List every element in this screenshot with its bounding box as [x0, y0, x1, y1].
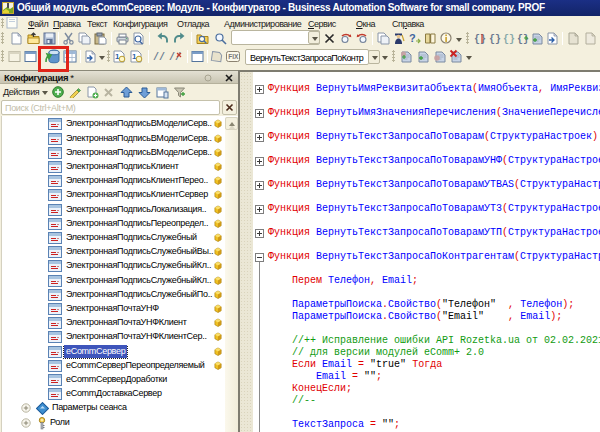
svg-text://: //: [169, 52, 181, 63]
svg-text:FIX: FIX: [228, 53, 239, 60]
svg-text:?: ?: [409, 32, 416, 44]
svg-text:{}: {}: [517, 34, 529, 45]
svg-text:{}: {}: [474, 34, 486, 45]
svg-text:{}: {}: [489, 34, 501, 45]
svg-text:{}: {}: [503, 34, 515, 45]
svg-text://: //: [153, 52, 165, 63]
